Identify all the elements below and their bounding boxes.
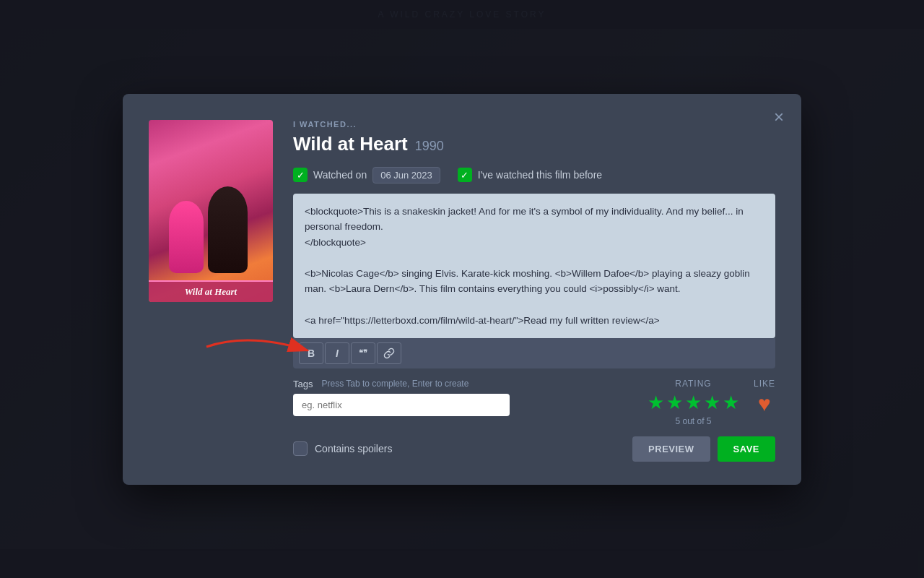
poster-section: Wild at Heart [149,120,273,462]
modal-header-label: I WATCHED... [293,120,775,129]
save-button[interactable]: SAVE [718,436,775,462]
film-year: 1990 [415,139,444,154]
like-group: Like ♥ [754,379,775,415]
tags-hint: Press Tab to complete, Enter to create [321,379,468,389]
film-title: Wild at Heart [293,133,408,155]
watched-modal: × Wild at Heart I WATCHED... Wild at Hea… [123,94,801,485]
italic-button[interactable]: I [325,342,349,364]
poster-figure-woman [169,201,204,273]
rewatched-label: I've watched this film before [478,169,602,181]
star-1[interactable]: ★ [648,393,664,412]
spoilers-label: Contains spoilers [315,443,392,454]
tags-label: Tags [293,379,313,389]
quote-button[interactable]: ❝❞ [351,342,375,364]
bold-button[interactable]: B [299,342,323,364]
star-2[interactable]: ★ [666,393,683,412]
review-textarea[interactable]: <blockquote>This is a snakeskin jacket! … [293,194,775,338]
rewatched-group: ✓ I've watched this film before [458,168,602,182]
tags-label-row: Tags Press Tab to complete, Enter to cre… [293,379,633,389]
star-5[interactable]: ★ [723,393,739,412]
tags-section: Tags Press Tab to complete, Enter to cre… [293,379,633,416]
like-heart-icon[interactable]: ♥ [758,393,771,415]
spoilers-row: Contains spoilers PREVIEW SAVE [293,436,775,462]
poster-title: Wild at Heart [149,280,273,302]
rating-label: Rating [675,379,711,389]
watched-on-group: ✓ Watched on 06 Jun 2023 [293,167,440,184]
spoilers-checkbox[interactable] [293,441,308,456]
rating-group: Rating ★ ★ ★ ★ ★ 5 out of 5 [648,379,739,426]
watched-row: ✓ Watched on 06 Jun 2023 ✓ I've watched … [293,167,775,184]
bottom-row: Tags Press Tab to complete, Enter to cre… [293,379,775,426]
rating-value: 5 out of 5 [675,416,711,426]
link-button[interactable] [377,342,401,364]
watched-on-label: Watched on [313,169,367,181]
spoilers-group: Contains spoilers [293,441,392,456]
film-title-row: Wild at Heart 1990 [293,133,775,155]
preview-button[interactable]: PREVIEW [632,436,710,462]
link-icon [383,348,395,359]
checkmark-icon: ✓ [297,171,305,180]
modal-backdrop: × Wild at Heart I WATCHED... Wild at Hea… [0,0,924,578]
like-label: Like [754,379,775,389]
modal-content: I WATCHED... Wild at Heart 1990 ✓ Watche… [293,120,775,462]
poster-figure-man [208,186,248,273]
rewatched-checkbox[interactable]: ✓ [458,168,472,182]
star-rating[interactable]: ★ ★ ★ ★ ★ [648,393,739,412]
movie-poster: Wild at Heart [149,120,273,302]
watched-checkbox[interactable]: ✓ [293,168,308,182]
tags-input[interactable] [293,394,510,416]
star-4[interactable]: ★ [704,393,720,412]
star-3[interactable]: ★ [685,393,702,412]
rewatched-checkmark-icon: ✓ [461,171,468,180]
poster-figures [149,127,273,273]
watched-date[interactable]: 06 Jun 2023 [372,167,440,184]
action-buttons: PREVIEW SAVE [632,436,775,462]
formatting-toolbar: B I ❝❞ [293,338,775,368]
close-button[interactable]: × [768,105,790,129]
